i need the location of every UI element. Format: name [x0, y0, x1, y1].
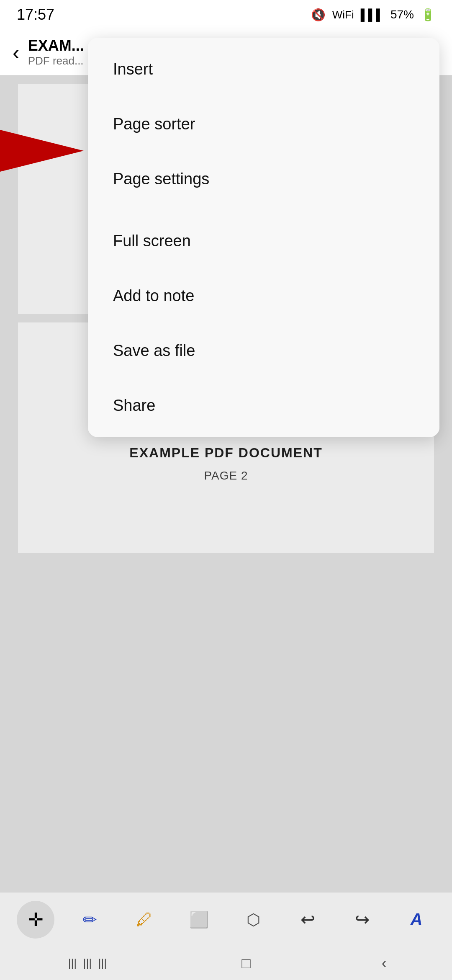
menu-divider [96, 210, 431, 210]
header-title-area: EXAM... PDF read... [28, 37, 84, 67]
dropdown-menu: Insert Page sorter Page settings Full sc… [88, 38, 439, 437]
menu-item-full-screen[interactable]: Full screen [88, 214, 439, 268]
menu-item-page-settings[interactable]: Page settings [88, 152, 439, 206]
battery-indicator: 57% [390, 8, 414, 21]
menu-item-add-to-note[interactable]: Add to note [88, 268, 439, 323]
mute-icon: 🔇 [311, 8, 326, 22]
status-time: 17:57 [17, 6, 54, 23]
status-icons: 🔇 WiFi ▌▌▌ 57% 🔋 [311, 8, 435, 22]
menu-item-page-sorter[interactable]: Page sorter [88, 97, 439, 152]
wifi-icon: WiFi [332, 8, 354, 21]
menu-item-share[interactable]: Share [88, 378, 439, 433]
status-bar: 17:57 🔇 WiFi ▌▌▌ 57% 🔋 [0, 0, 452, 29]
document-title: EXAM... [28, 37, 84, 54]
menu-item-save-as-file[interactable]: Save as file [88, 323, 439, 378]
battery-icon: 🔋 [421, 8, 435, 22]
menu-item-insert[interactable]: Insert [88, 42, 439, 97]
back-nav-button[interactable]: ‹ [13, 40, 20, 64]
document-subtitle: PDF read... [28, 54, 84, 67]
signal-icon: ▌▌▌ [361, 8, 384, 21]
